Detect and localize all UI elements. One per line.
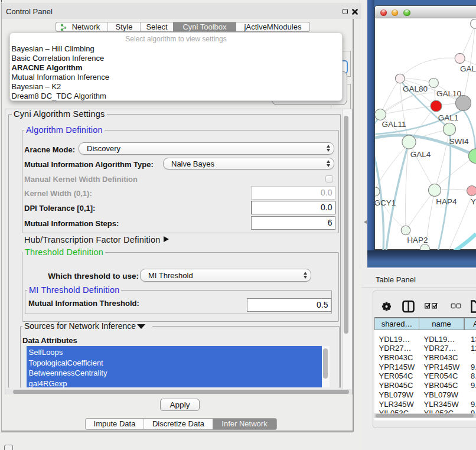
svg-text:GAL10: GAL10: [436, 89, 461, 98]
svg-text:GAL4: GAL4: [410, 150, 431, 159]
svg-text:GAL7: GAL7: [460, 64, 476, 73]
svg-text:HAP2: HAP2: [407, 236, 428, 244]
svg-text:GAL80: GAL80: [403, 84, 428, 93]
svg-text:SWI4: SWI4: [449, 137, 468, 146]
svg-text:GAL1: GAL1: [438, 113, 459, 122]
svg-text:YD: YD: [471, 197, 476, 206]
svg-text:HAP4: HAP4: [436, 197, 457, 206]
svg-text:GCY1: GCY1: [375, 198, 396, 207]
svg-text:GAL11: GAL11: [382, 120, 406, 129]
